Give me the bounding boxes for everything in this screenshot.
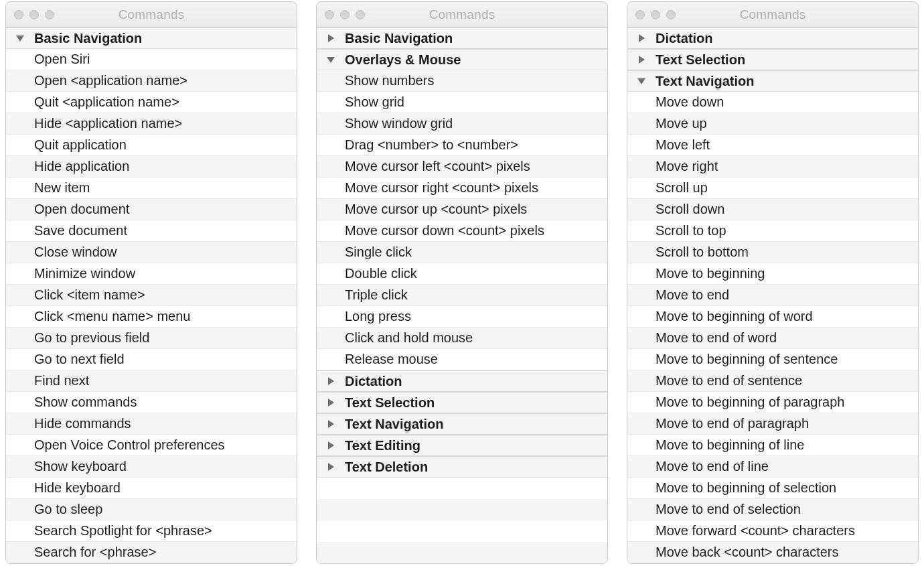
command-item[interactable]: Scroll to top <box>627 220 918 242</box>
command-item[interactable]: Quit application <box>6 135 297 156</box>
command-label: Go to next field <box>34 352 297 367</box>
command-item[interactable]: Move down <box>627 92 918 113</box>
command-item[interactable]: Long press <box>317 306 607 328</box>
command-label: Go to sleep <box>34 502 297 517</box>
command-item[interactable]: Move to end of selection <box>627 499 918 520</box>
command-label: Move cursor down <count> pixels <box>345 223 607 238</box>
command-item[interactable]: Scroll to bottom <box>627 242 918 263</box>
command-item[interactable]: Scroll up <box>627 178 918 199</box>
command-item[interactable]: Click <item name> <box>6 285 297 306</box>
command-item[interactable]: Move to beginning of paragraph <box>627 392 918 413</box>
command-item[interactable]: Move to beginning <box>627 263 918 285</box>
command-item[interactable]: Search for <phrase> <box>6 542 297 563</box>
command-item[interactable]: Show commands <box>6 392 297 413</box>
command-item[interactable]: Click <menu name> menu <box>6 306 297 328</box>
command-item[interactable]: Move cursor left <count> pixels <box>317 156 607 178</box>
command-label: Find next <box>34 373 297 388</box>
empty-row <box>317 499 607 520</box>
command-item[interactable]: Move forward <count> characters <box>627 520 918 542</box>
command-item[interactable]: Move to end of word <box>627 328 918 349</box>
command-item[interactable]: Move to beginning of selection <box>627 478 918 499</box>
command-label: Quit <application name> <box>34 94 297 110</box>
minimize-button[interactable] <box>29 10 39 19</box>
command-item[interactable]: Close window <box>6 242 297 263</box>
command-item[interactable]: Go to sleep <box>6 499 297 520</box>
command-item[interactable]: Hide application <box>6 156 297 178</box>
command-item[interactable]: Single click <box>317 242 607 263</box>
section-header-overlays-mouse[interactable]: Overlays & Mouse <box>317 49 607 70</box>
command-item[interactable]: Move cursor down <count> pixels <box>317 220 607 242</box>
close-button[interactable] <box>635 10 645 19</box>
command-item[interactable]: Double click <box>317 263 607 285</box>
command-item[interactable]: Hide commands <box>6 413 297 435</box>
commands-list[interactable]: DictationText SelectionText NavigationMo… <box>627 27 918 563</box>
section-header-basic-navigation[interactable]: Basic Navigation <box>6 27 297 49</box>
command-item[interactable]: Move to beginning of line <box>627 435 918 456</box>
command-item[interactable]: Move to end of line <box>627 456 918 478</box>
section-header-text-editing[interactable]: Text Editing <box>317 435 607 456</box>
command-item[interactable]: Go to previous field <box>6 328 297 349</box>
command-item[interactable]: Move cursor up <count> pixels <box>317 199 607 220</box>
command-item[interactable]: Triple click <box>317 285 607 306</box>
minimize-button[interactable] <box>651 10 660 19</box>
command-item[interactable]: Hide keyboard <box>6 478 297 499</box>
command-item[interactable]: Move to beginning of word <box>627 306 918 328</box>
command-item[interactable]: Quit <application name> <box>6 92 297 113</box>
close-button[interactable] <box>325 10 334 19</box>
chevron-down-icon <box>327 57 335 63</box>
command-item[interactable]: New item <box>6 178 297 199</box>
command-item[interactable]: Go to next field <box>6 349 297 370</box>
command-item[interactable]: Save document <box>6 220 297 242</box>
command-item[interactable]: Show numbers <box>317 70 607 92</box>
zoom-button[interactable] <box>356 10 365 19</box>
command-item[interactable]: Open Siri <box>6 49 297 70</box>
commands-list[interactable]: Basic NavigationOverlays & MouseShow num… <box>317 27 607 563</box>
minimize-button[interactable] <box>340 10 350 19</box>
command-item[interactable]: Move back <count> characters <box>627 542 918 563</box>
command-item[interactable]: Scroll down <box>627 199 918 220</box>
command-item[interactable]: Move right <box>627 156 918 178</box>
command-item[interactable]: Minimize window <box>6 263 297 285</box>
command-item[interactable]: Open <application name> <box>6 70 297 92</box>
section-header-text-selection[interactable]: Text Selection <box>627 49 918 70</box>
command-item[interactable]: Drag <number> to <number> <box>317 135 607 156</box>
command-item[interactable]: Release mouse <box>317 349 607 370</box>
command-label: Scroll to bottom <box>656 244 918 260</box>
traffic-lights <box>325 10 365 19</box>
section-header-dictation[interactable]: Dictation <box>627 27 918 49</box>
command-item[interactable]: Move left <box>627 135 918 156</box>
command-label: New item <box>34 180 297 196</box>
command-item[interactable]: Show grid <box>317 92 607 113</box>
command-item[interactable]: Open Voice Control preferences <box>6 435 297 456</box>
section-header-basic-navigation[interactable]: Basic Navigation <box>317 27 607 49</box>
command-item[interactable]: Show keyboard <box>6 456 297 478</box>
command-label: Move to beginning <box>656 266 918 281</box>
command-item[interactable]: Show window grid <box>317 113 607 135</box>
command-item[interactable]: Search Spotlight for <phrase> <box>6 520 297 542</box>
zoom-button[interactable] <box>666 10 676 19</box>
command-label: Show commands <box>34 395 297 410</box>
commands-list[interactable]: Basic NavigationOpen SiriOpen <applicati… <box>6 27 297 563</box>
command-item[interactable]: Move to end of paragraph <box>627 413 918 435</box>
command-item[interactable]: Move up <box>627 113 918 135</box>
commands-panel: CommandsBasic NavigationOverlays & Mouse… <box>316 1 608 564</box>
command-item[interactable]: Hide <application name> <box>6 113 297 135</box>
command-item[interactable]: Find next <box>6 370 297 392</box>
command-label: Hide commands <box>34 416 297 431</box>
command-label: Open document <box>34 202 297 217</box>
command-item[interactable]: Move to end <box>627 285 918 306</box>
command-label: Show window grid <box>345 116 607 131</box>
command-label: Quit application <box>34 137 297 153</box>
section-header-text-navigation[interactable]: Text Navigation <box>317 413 607 435</box>
section-header-text-selection[interactable]: Text Selection <box>317 392 607 413</box>
command-item[interactable]: Move to end of sentence <box>627 370 918 392</box>
command-item[interactable]: Click and hold mouse <box>317 328 607 349</box>
section-header-dictation[interactable]: Dictation <box>317 370 607 392</box>
zoom-button[interactable] <box>45 10 54 19</box>
command-item[interactable]: Move cursor right <count> pixels <box>317 178 607 199</box>
close-button[interactable] <box>14 10 23 19</box>
command-item[interactable]: Move to beginning of sentence <box>627 349 918 370</box>
section-header-text-deletion[interactable]: Text Deletion <box>317 456 607 478</box>
section-header-text-navigation[interactable]: Text Navigation <box>627 70 918 92</box>
command-item[interactable]: Open document <box>6 199 297 220</box>
